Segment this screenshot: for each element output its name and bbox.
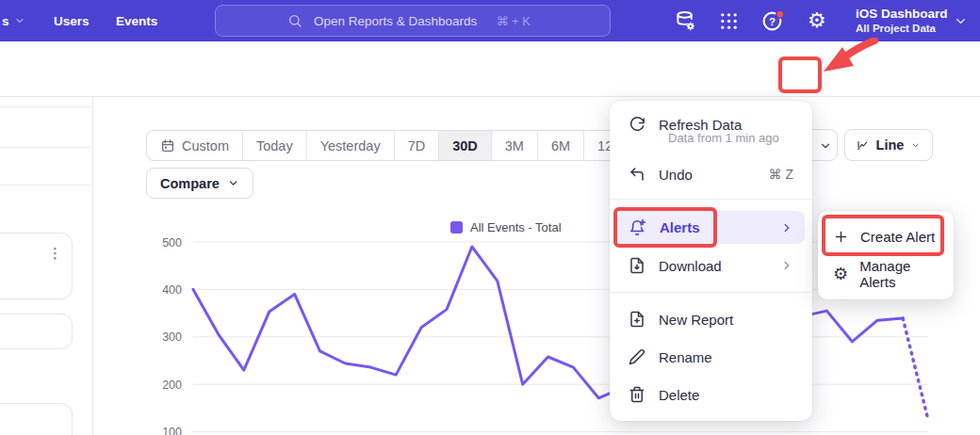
date-range-label: Custom <box>182 138 229 153</box>
chevron-down-icon <box>14 15 25 26</box>
search-icon <box>287 13 302 28</box>
date-range-3m[interactable]: 3M <box>492 131 538 160</box>
svg-text:400: 400 <box>162 283 182 297</box>
submenu-item-manage-alerts[interactable]: ⚙ Manage Alerts <box>824 256 948 292</box>
chevron-right-icon <box>780 259 793 272</box>
date-range-label: 6M <box>551 138 570 153</box>
search-shortcut: ⌘ + K <box>497 14 531 28</box>
date-range-today[interactable]: Today <box>243 131 307 160</box>
settings-button[interactable]: ⚙ <box>808 0 826 41</box>
date-range-label: Yesterday <box>320 138 381 153</box>
project-scope: All Project Data <box>856 22 948 35</box>
chart-type-button[interactable]: Line <box>844 129 933 161</box>
menu-divider <box>610 292 812 293</box>
menu-item-label: Refresh Data <box>659 117 742 133</box>
date-range-yesterday[interactable]: Yesterday <box>307 131 395 160</box>
menu-item-alerts[interactable]: Alerts <box>617 211 805 244</box>
menu-item-rename[interactable]: Rename <box>617 342 805 372</box>
search-placeholder: Open Reports & Dashboards <box>314 14 477 28</box>
sidebar-card[interactable] <box>0 403 73 435</box>
menu-divider <box>610 199 812 200</box>
date-range-label: 3M <box>505 138 524 153</box>
pencil-icon <box>629 348 645 365</box>
nav-item-events[interactable]: Events <box>116 0 157 41</box>
database-gear-icon <box>675 10 696 32</box>
date-range-6m[interactable]: 6M <box>538 131 584 160</box>
trash-icon <box>629 386 645 403</box>
date-range-segmented-control: Custom Today Yesterday 7D 30D 3M 6M 12M <box>146 130 638 161</box>
date-range-7d[interactable]: 7D <box>395 131 440 160</box>
nav-item-users[interactable]: Users <box>54 0 90 41</box>
global-search-input[interactable]: Open Reports & Dashboards ⌘ + K <box>215 5 611 37</box>
gear-icon: ⚙ <box>833 266 848 282</box>
report-header <box>0 41 980 97</box>
gear-icon: ⚙ <box>808 10 826 31</box>
menu-item-label: Alerts <box>660 219 700 235</box>
nav-item-events-label: Events <box>116 14 157 28</box>
menu-item-label: Rename <box>659 349 712 365</box>
sidebar-card[interactable]: ⋮ <box>0 233 73 299</box>
date-range-label: Today <box>256 138 293 153</box>
project-switcher-chevron[interactable] <box>954 0 968 41</box>
menu-item-label: Undo <box>659 167 693 183</box>
submenu-item-create-alert[interactable]: Create Alert <box>824 218 948 254</box>
alerts-submenu: Create Alert ⚙ Manage Alerts <box>818 211 954 299</box>
help-button[interactable]: ? <box>761 0 785 41</box>
project-switcher[interactable]: iOS Dashboard All Project Data <box>856 0 948 41</box>
sidebar-divider <box>0 147 91 148</box>
plus-icon <box>833 229 849 245</box>
help-icon: ? <box>761 9 785 33</box>
help-glyph: ? <box>769 15 776 26</box>
nav-item-truncated[interactable]: s <box>2 0 25 41</box>
menu-item-label: New Report <box>659 312 733 328</box>
date-range-custom[interactable]: Custom <box>147 131 243 160</box>
undo-shortcut: ⌘ Z <box>769 167 793 182</box>
refresh-icon <box>629 116 645 133</box>
sidebar-divider <box>0 106 91 107</box>
chevron-down-icon <box>819 139 832 153</box>
svg-text:500: 500 <box>162 236 182 250</box>
nav-item-users-label: Users <box>54 14 90 28</box>
data-management-button[interactable] <box>675 0 696 41</box>
nav-item-truncated-label: s <box>2 14 9 28</box>
svg-text:100: 100 <box>162 426 182 435</box>
menu-item-label: Download <box>659 258 722 274</box>
file-plus-icon <box>629 311 645 328</box>
menu-item-label: Delete <box>659 387 699 403</box>
menu-item-new-report[interactable]: New Report <box>617 304 805 334</box>
apps-grid-icon <box>718 10 740 32</box>
compare-button[interactable]: Compare <box>146 168 253 199</box>
project-name: iOS Dashboard <box>856 7 948 22</box>
date-range-label: 30D <box>452 138 478 153</box>
chevron-down-icon <box>227 177 239 189</box>
chevron-right-icon <box>780 221 793 234</box>
file-download-icon <box>629 257 645 274</box>
compare-label: Compare <box>160 176 220 191</box>
calendar-icon <box>160 138 175 153</box>
submenu-item-label: Manage Alerts <box>859 258 939 290</box>
menu-item-undo[interactable]: Undo ⌘ Z <box>617 159 805 189</box>
chart-type-label: Line <box>876 137 905 153</box>
sidebar-divider <box>0 185 91 185</box>
menu-item-delete[interactable]: Delete <box>617 379 805 410</box>
menu-item-download[interactable]: Download <box>617 250 805 281</box>
undo-icon <box>629 166 645 183</box>
kebab-menu-icon[interactable]: ⋮ <box>48 247 62 260</box>
refresh-subtitle: Data from 1 min ago <box>668 131 779 145</box>
svg-text:300: 300 <box>162 330 182 344</box>
bell-plus-icon <box>629 218 646 236</box>
line-chart-icon <box>857 137 869 153</box>
date-range-30d-selected[interactable]: 30D <box>439 131 492 160</box>
svg-text:200: 200 <box>162 379 182 392</box>
left-sidebar: ⋮ <box>0 97 93 435</box>
sidebar-card[interactable] <box>0 314 73 349</box>
more-options-menu: Refresh Data Data from 1 min ago Undo ⌘ … <box>610 101 812 421</box>
chevron-down-icon <box>911 139 921 152</box>
notification-dot <box>776 10 784 18</box>
apps-grid-button[interactable] <box>718 0 740 41</box>
chevron-down-icon <box>954 14 968 28</box>
submenu-item-label: Create Alert <box>860 229 935 245</box>
date-range-label: 7D <box>408 138 426 153</box>
top-navbar: s Users Events Open Reports & Dashboards… <box>0 0 980 41</box>
